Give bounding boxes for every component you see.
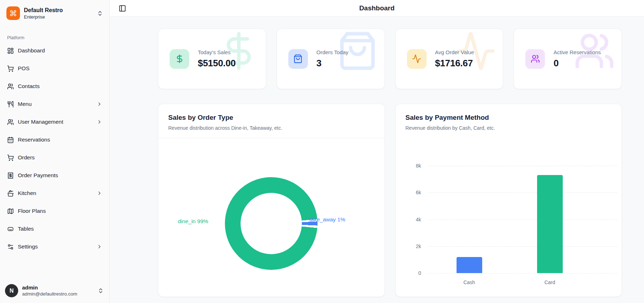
stat-label: Active Reservations [553,49,601,55]
stat-label: Orders Today [316,49,349,55]
donut-label-take-away: take_away 1% [309,216,345,223]
gridline [428,166,617,166]
stat-icon-box [525,49,545,69]
donut-hole [241,193,302,254]
chevrons-up-down-icon [97,10,103,16]
stat-icon-box [407,49,427,69]
chevrons-up-down-icon [98,288,104,294]
sales-by-order-type-card: Sales by Order Type Revenue distribution… [158,104,385,297]
topbar: Dashboard [110,0,644,17]
page-title: Dashboard [359,4,395,12]
sidebar-item-menu[interactable]: Menu [4,97,106,112]
user-menu[interactable]: N admin admin@defaultrestro.com [0,280,109,303]
gridline [428,192,617,193]
sales-by-payment-method-card: Sales by Payment Method Revenue distribu… [395,104,622,297]
stat-text: Today's Sales $5150.00 [198,49,236,69]
sidebar-item-label: Menu [18,101,32,107]
sidebar-item-label: Floor Plans [18,208,46,214]
bar-card[interactable] [537,175,563,273]
sidebar-item-orders[interactable]: Orders [4,150,106,165]
stat-text: Orders Today 3 [316,49,349,69]
stat-icon-box [170,49,189,69]
sidebar-item-label: Settings [18,243,38,250]
sidebar-item-label: Dashboard [18,47,45,54]
sidebar-item-pos[interactable]: POS [4,61,106,76]
donut-chart: dine_in 99%take_away 1% [158,138,385,296]
bar-cash[interactable] [457,257,482,273]
chart-title: Sales by Order Type [168,114,375,122]
command-icon [10,10,17,17]
avatar: N [5,284,18,297]
layout-dashboard-icon [7,47,14,54]
stat-card-today-s-sales: Today's Sales $5150.00 [158,29,266,89]
sidebar-item-label: Reservations [18,137,50,143]
sidebar-item-label: User Management [18,119,63,125]
sidebar-item-label: Order Payments [18,172,58,179]
brand-name: Default Restro [24,7,63,14]
sidebar-item-contacts[interactable]: Contacts [4,79,106,94]
stat-text: Avg Order Value $1716.67 [435,49,474,69]
sidebar-item-settings[interactable]: Settings [4,239,106,254]
utensils-icon [7,101,14,108]
panel-left-icon [119,5,126,12]
stat-value: 0 [553,58,601,69]
sidebar-item-dashboard[interactable]: Dashboard [4,43,106,58]
gridline [428,273,617,273]
sidebar-item-label: POS [18,65,30,72]
donut-label-dine-in: dine_in 99% [178,217,208,225]
activity-icon [412,54,421,63]
users-icon [7,83,14,90]
receipt-icon [7,172,14,179]
table-icon [7,226,14,232]
chart-subtitle: Revenue distribution across Dine-in, Tak… [168,125,375,131]
chevron-right-icon [97,119,102,125]
stat-card-active-reservations: Active Reservations 0 [514,29,622,89]
chart-subtitle: Revenue distribution by Cash, Card, etc. [406,125,612,131]
settings-sliders-icon [7,243,14,250]
bar-chart: 02k4k6k8kCashCard [396,138,622,296]
shopping-cart-icon [7,65,14,72]
stat-card-orders-today: Orders Today 3 [277,29,385,89]
brand-logo [6,6,20,20]
sidebar-item-order-payments[interactable]: Order Payments [4,168,106,183]
stat-value: $5150.00 [198,58,236,69]
stat-value: $1716.67 [435,58,474,69]
stats-row: Today's Sales $5150.00 Orders Today 3 Av… [158,29,622,89]
y-axis-tick: 0 [396,270,421,276]
sidebar-item-tables[interactable]: Tables [4,221,106,236]
user-email: admin@defaultrestro.com [22,291,77,297]
stat-value: 3 [316,58,349,69]
user-name: admin [22,284,77,291]
cooking-pot-icon [7,190,14,197]
stat-text: Active Reservations 0 [553,49,601,69]
stat-label: Avg Order Value [435,49,474,55]
charts-row: Sales by Order Type Revenue distribution… [158,104,622,297]
chart-header: Sales by Payment Method Revenue distribu… [396,104,622,138]
sidebar-item-floor-plans[interactable]: Floor Plans [4,204,106,219]
y-axis-tick: 8k [396,163,421,169]
chart-title: Sales by Payment Method [406,114,612,122]
users-icon [531,54,540,63]
app-window: Default Restro Enterprise Platform Dashb… [0,0,644,303]
sidebar: Default Restro Enterprise Platform Dashb… [0,0,110,303]
y-axis-tick: 6k [396,189,421,196]
sidebar-item-kitchen[interactable]: Kitchen [4,186,106,201]
workspace-switcher[interactable]: Default Restro Enterprise [4,4,105,23]
sidebar-item-label: Tables [18,226,34,232]
shopping-cart-icon [7,154,14,161]
sidebar-item-label: Orders [18,154,35,161]
x-axis-label: Cash [453,279,485,286]
stat-label: Today's Sales [198,49,236,55]
sidebar-item-label: Contacts [18,83,40,89]
sidebar-toggle-button[interactable] [119,5,126,12]
sidebar-item-reservations[interactable]: Reservations [4,132,106,147]
shopping-bag-icon [293,54,303,63]
user-meta: admin admin@defaultrestro.com [22,284,77,297]
x-axis-label: Card [534,279,566,286]
calendar-days-icon [7,137,14,143]
chevron-right-icon [97,101,102,107]
gridline [428,220,617,220]
dollar-sign-icon [175,54,184,63]
sidebar-item-user-management[interactable]: User Management [4,114,106,129]
brand-plan: Enterprise [24,14,63,20]
